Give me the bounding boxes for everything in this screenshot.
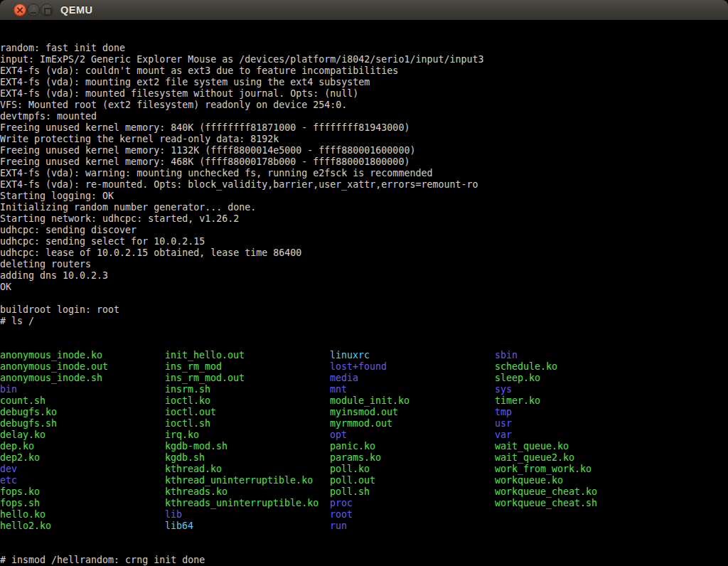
directory-entry: mnt <box>330 384 410 395</box>
directory-entry: tmp <box>495 407 597 418</box>
file-entry: poll.sh <box>330 486 410 498</box>
file-entry: anonymous_inode.sh <box>0 373 108 384</box>
file-entry: workqueue_cheat.sh <box>495 498 597 509</box>
directory-entry: root <box>330 509 410 520</box>
file-entry: timer.ko <box>495 395 597 407</box>
console-line: Starting network: udhcpc: started, v1.26… <box>0 213 728 225</box>
ls-column: anonymous_inode.koanonymous_inode.outano… <box>0 350 108 532</box>
close-icon: ✕ <box>14 4 26 16</box>
directory-entry: lost+found <box>330 361 410 373</box>
file-entry: params.ko <box>330 452 410 464</box>
minimize-icon <box>31 12 36 14</box>
shell-output: # insmod /hellrandom: crng init done# in… <box>0 555 728 566</box>
directory-entry: proc <box>330 498 410 509</box>
ls-column: init_hello.outins_rm_modins_rm_mod.outin… <box>165 350 318 532</box>
file-entry: ins_rm_mod <box>165 361 318 373</box>
maximize-button[interactable] <box>41 4 53 16</box>
console-line: Freeing unused kernel memory: 840K (ffff… <box>0 122 728 134</box>
directory-entry: media <box>330 373 410 384</box>
console-line: VFS: Mounted root (ext2 filesystem) read… <box>0 100 728 111</box>
file-entry: kgdb.sh <box>165 452 318 464</box>
console-line: EXT4-fs (vda): mounting ext2 file system… <box>0 77 728 88</box>
console-line: EXT4-fs (vda): warning: mounting uncheck… <box>0 168 728 179</box>
file-entry: ins_rm_mod.out <box>165 373 318 384</box>
qemu-window: ✕ QEMU random: fast init doneinput: ImEx… <box>0 0 728 566</box>
file-entry: fops.ko <box>0 486 108 498</box>
close-button[interactable]: ✕ <box>14 4 26 16</box>
file-entry: poll.out <box>330 475 410 486</box>
console-line: OK <box>0 282 728 293</box>
terminal-screen[interactable]: random: fast init doneinput: ImExPS/2 Ge… <box>0 20 728 566</box>
console-line: udhcpc: sending discover <box>0 225 728 236</box>
console-line: Freeing unused kernel memory: 468K (ffff… <box>0 156 728 168</box>
ls-column: linuxrclost+foundmediamntmodule_init.kom… <box>330 350 410 532</box>
file-entry: hello2.ko <box>0 520 108 532</box>
file-entry: debugfs.ko <box>0 407 108 418</box>
file-entry: kthreads_uninterruptible.ko <box>165 498 318 509</box>
directory-entry: bin <box>0 384 108 395</box>
file-entry: anonymous_inode.ko <box>0 350 108 361</box>
file-entry: kthread_uninterruptible.ko <box>165 475 318 486</box>
file-entry: sleep.ko <box>495 373 597 384</box>
file-entry: myrmmod.out <box>330 418 410 429</box>
boot-log: random: fast init doneinput: ImExPS/2 Ge… <box>0 43 728 327</box>
minimize-button[interactable] <box>27 4 40 16</box>
file-entry: anonymous_inode.out <box>0 361 108 373</box>
console-line: random: fast init done <box>0 43 728 54</box>
file-entry: dep.ko <box>0 441 108 452</box>
console-line: udhcpc: sending select for 10.0.2.15 <box>0 236 728 247</box>
file-entry: irq.ko <box>165 429 318 441</box>
console-line: input: ImExPS/2 Generic Explorer Mouse a… <box>0 54 728 65</box>
file-entry: dep2.ko <box>0 452 108 464</box>
directory-entry: usr <box>495 418 597 429</box>
directory-entry: sbin <box>495 350 597 361</box>
console-line: EXT4-fs (vda): couldn't mount as ext3 du… <box>0 65 728 77</box>
titlebar[interactable]: ✕ QEMU <box>0 0 728 21</box>
file-entry: wait_queue2.ko <box>495 452 597 464</box>
ls-output: anonymous_inode.koanonymous_inode.outano… <box>0 350 728 532</box>
directory-entry: lib <box>165 509 318 520</box>
console-line: Write protecting the kernel read-only da… <box>0 134 728 145</box>
file-entry: ioctl.out <box>165 407 318 418</box>
console-line: Starting logging: OK <box>0 191 728 202</box>
console-line: Initializing random number generator... … <box>0 202 728 213</box>
file-entry: fops.sh <box>0 498 108 509</box>
file-entry: panic.ko <box>330 441 410 452</box>
console-line: deleting routers <box>0 259 728 270</box>
file-entry: kgdb-mod.sh <box>165 441 318 452</box>
file-entry: insrm.sh <box>165 384 318 395</box>
directory-entry: sys <box>495 384 597 395</box>
console-line: EXT4-fs (vda): re-mounted. Opts: block_v… <box>0 179 728 191</box>
directory-entry: etc <box>0 475 108 486</box>
console-line: EXT4-fs (vda): mounted filesystem withou… <box>0 88 728 100</box>
directory-entry: run <box>330 520 410 532</box>
file-entry: init_hello.out <box>165 350 318 361</box>
file-entry: workqueue.ko <box>495 475 597 486</box>
console-line: udhcpc: lease of 10.0.2.15 obtained, lea… <box>0 247 728 259</box>
file-entry: workqueue_cheat.ko <box>495 486 597 498</box>
file-entry: wait_queue.ko <box>495 441 597 452</box>
console-line <box>0 293 728 304</box>
console-line: devtmpfs: mounted <box>0 111 728 122</box>
file-entry: kthreads.ko <box>165 486 318 498</box>
window-title: QEMU <box>60 0 93 20</box>
file-entry: hello.ko <box>0 509 108 520</box>
file-entry: kthread.ko <box>165 464 318 475</box>
file-entry: myinsmod.out <box>330 407 410 418</box>
ls-column: sbinschedule.kosleep.kosystimer.kotmpusr… <box>495 350 597 509</box>
symlink-entry: lib64 <box>165 520 318 532</box>
console-line: Freeing unused kernel memory: 1132K (fff… <box>0 145 728 156</box>
console-line: # ls / <box>0 316 728 327</box>
file-entry: delay.ko <box>0 429 108 441</box>
file-entry: debugfs.sh <box>0 418 108 429</box>
file-entry: ioctl.ko <box>165 395 318 407</box>
file-entry: work_from_work.ko <box>495 464 597 475</box>
file-entry: poll.ko <box>330 464 410 475</box>
directory-entry: var <box>495 429 597 441</box>
console-line: buildroot login: root <box>0 304 728 316</box>
file-entry: schedule.ko <box>495 361 597 373</box>
symlink-entry: linuxrc <box>330 350 410 361</box>
file-entry: module_init.ko <box>330 395 410 407</box>
console-line: adding dns 10.0.2.3 <box>0 270 728 282</box>
directory-entry: opt <box>330 429 410 441</box>
